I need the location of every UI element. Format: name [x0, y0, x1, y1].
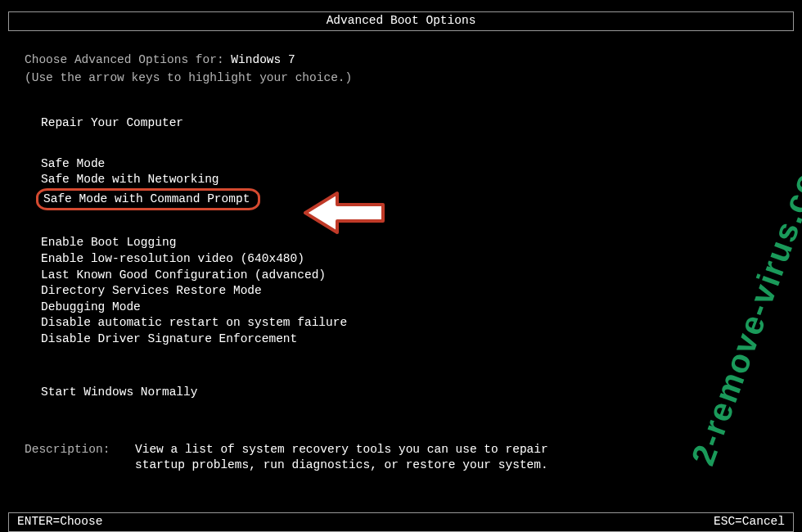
safe-mode-section: Safe Mode Safe Mode with Networking Safe… — [25, 156, 777, 211]
option-last-known-good[interactable]: Last Known Good Configuration (advanced) — [41, 268, 777, 284]
description-label: Description: — [25, 442, 135, 474]
title-bar: Advanced Boot Options — [8, 11, 794, 31]
description-text: View a list of system recovery tools you… — [135, 442, 593, 474]
intro-os: Windows 7 — [231, 53, 295, 66]
option-disable-auto-restart[interactable]: Disable automatic restart on system fail… — [41, 315, 777, 331]
footer-esc: ESC=Cancel — [714, 514, 785, 530]
boot-options-screen: Advanced Boot Options Choose Advanced Op… — [0, 11, 802, 532]
page-title: Advanced Boot Options — [327, 13, 476, 29]
option-safe-mode-networking[interactable]: Safe Mode with Networking — [41, 172, 777, 188]
start-normal-section: Start Windows Normally — [25, 385, 777, 401]
option-safe-mode-command-prompt[interactable]: Safe Mode with Command Prompt — [36, 188, 260, 211]
option-ds-restore-mode[interactable]: Directory Services Restore Mode — [41, 283, 777, 300]
option-repair-your-computer[interactable]: Repair Your Computer — [41, 115, 777, 132]
content-area: Choose Advanced Options for: Windows 7 (… — [0, 31, 802, 474]
intro-prefix: Choose Advanced Options for: — [25, 53, 231, 66]
intro-line: Choose Advanced Options for: Windows 7 — [25, 52, 777, 69]
advanced-section: Enable Boot Logging Enable low-resolutio… — [25, 235, 777, 347]
option-start-windows-normally[interactable]: Start Windows Normally — [41, 385, 777, 401]
option-low-res-video[interactable]: Enable low-resolution video (640x480) — [41, 251, 777, 268]
footer-bar: ENTER=Choose ESC=Cancel — [8, 512, 794, 532]
description-block: Description: View a list of system recov… — [25, 442, 777, 474]
hint-line: (Use the arrow keys to highlight your ch… — [25, 70, 777, 87]
footer-enter: ENTER=Choose — [17, 514, 102, 530]
option-safe-mode[interactable]: Safe Mode — [41, 156, 777, 173]
option-debugging-mode[interactable]: Debugging Mode — [41, 300, 777, 316]
option-disable-driver-sig[interactable]: Disable Driver Signature Enforcement — [41, 331, 777, 348]
option-enable-boot-logging[interactable]: Enable Boot Logging — [41, 235, 777, 251]
repair-section: Repair Your Computer — [25, 115, 777, 132]
